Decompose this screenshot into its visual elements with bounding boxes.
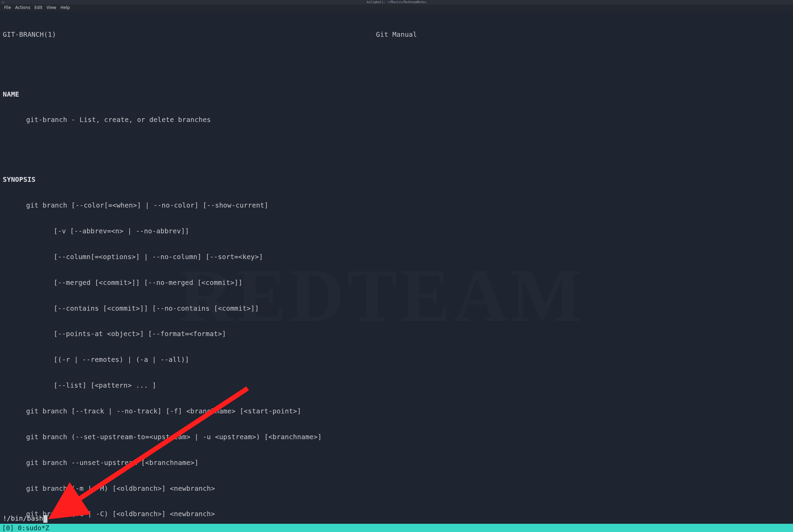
menu-bar: File Actions Edit View Help (0, 4, 793, 11)
window-title: kali@kali: ~/Musics/RedteamNotes (367, 0, 426, 4)
section-synopsis: SYNOPSIS (3, 176, 790, 184)
synopsis-line: git branch --unset-upstream [<branchname… (3, 459, 790, 467)
section-name: NAME (3, 90, 790, 99)
synopsis-line: git branch [--color[=<when>] | --no-colo… (3, 201, 790, 210)
synopsis-line: git branch (--set-upstream-to=<upstream>… (3, 433, 790, 442)
pager-command-line[interactable]: !/bin/bash (3, 514, 47, 523)
synopsis-line: [--column[=<options>] | --no-column] [--… (3, 253, 790, 262)
synopsis-line: [--contains [<commit>]] [--no-contains [… (3, 304, 790, 313)
menu-file[interactable]: File (4, 5, 11, 10)
man-header-left: GIT-BRANCH(1) (3, 31, 56, 39)
pager-command-text: !/bin/bash (3, 514, 43, 523)
menu-actions[interactable]: Actions (15, 5, 30, 10)
synopsis-line: [--merged [<commit>]] [--no-merged [<com… (3, 279, 790, 287)
name-line: git-branch - List, create, or delete bra… (3, 116, 790, 124)
synopsis-line: [-v [--abbrev=<n> | --no-abbrev]] (3, 227, 790, 236)
synopsis-line: git branch (-m | -M) [<oldbranch>] <newb… (3, 485, 790, 493)
man-page[interactable]: GIT-BRANCH(1) Git Manual NAME git-branch… (0, 11, 793, 532)
window-menu-icon[interactable]: ▢ (2, 0, 4, 4)
synopsis-line: [--list] [<pattern> ... ] (3, 381, 790, 390)
tmux-status-text: [0] 0:sudo*Z (2, 524, 49, 532)
tmux-status-bar: [0] 0:sudo*Z (0, 524, 793, 532)
window-titlebar: ▢ kali@kali: ~/Musics/RedteamNotes (0, 0, 793, 4)
menu-help[interactable]: Help (61, 5, 70, 10)
menu-edit[interactable]: Edit (34, 5, 42, 10)
synopsis-line: git branch (-c | -C) [<oldbranch>] <newb… (3, 510, 790, 519)
synopsis-line: git branch [--track | --no-track] [-f] <… (3, 407, 790, 416)
synopsis-line: [(-r | --remotes) | (-a | --all)] (3, 356, 790, 364)
man-header-center: Git Manual (376, 31, 417, 39)
synopsis-line: [--points-at <object>] [--format=<format… (3, 330, 790, 339)
text-cursor (43, 515, 47, 523)
menu-view[interactable]: View (46, 5, 56, 10)
